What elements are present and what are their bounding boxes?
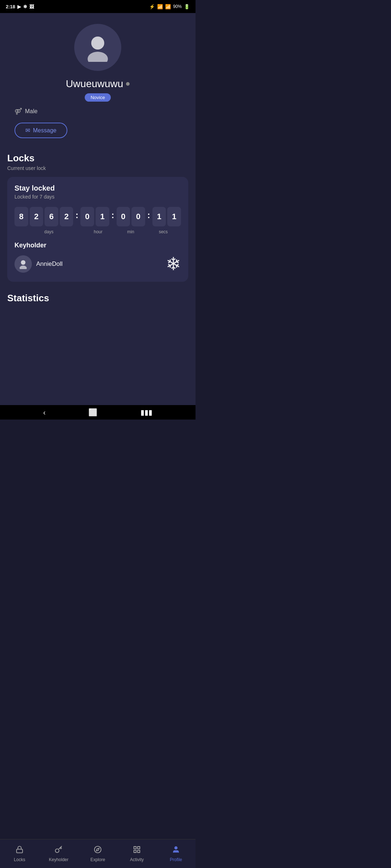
timer-hour-2: 1 (96, 207, 109, 226)
secs-label: secs (150, 229, 177, 234)
lock-title: Stay locked (14, 184, 181, 192)
bluetooth-icon: ⚡ (149, 4, 155, 9)
locks-section-title: Locks (7, 153, 188, 164)
timer-day-1: 8 (14, 207, 28, 226)
avatar (74, 24, 121, 71)
status-left: 2:18 ▶ ❄ 🖼 (6, 4, 34, 9)
timer-sec-1: 1 (152, 207, 166, 226)
youtube-icon: ▶ (17, 4, 21, 9)
username-row: Uwueuwuwu (66, 78, 130, 90)
keyholder-avatar-icon (18, 259, 28, 269)
online-dot (126, 82, 130, 86)
svg-point-1 (88, 52, 108, 62)
timer-min-1: 0 (117, 207, 130, 226)
min-label: min (117, 229, 144, 234)
timer-hour-1: 0 (80, 207, 94, 226)
lock-card: Stay locked Locked for 7 days 8 2 6 2 : … (7, 177, 188, 282)
svg-point-3 (20, 265, 27, 269)
keyholder-info: AnnieDoll (14, 255, 63, 273)
gender-icon: ⚤ (14, 107, 22, 115)
timer-day-2: 2 (30, 207, 43, 226)
main-content: Uwueuwuwu Novice ⚤ Male ✉ Message Locks … (0, 13, 196, 405)
message-label: Message (33, 127, 56, 134)
battery-icon: 🔋 (184, 4, 190, 9)
timer-display: 8 2 6 2 : 0 1 : 0 0 : 1 1 (14, 207, 181, 226)
username: Uwueuwuwu (66, 78, 123, 90)
battery-text: 90% (173, 4, 182, 9)
locks-section: Locks Current user lock Stay locked Lock… (0, 145, 196, 285)
timer-min-2: 0 (131, 207, 145, 226)
timer-sec-2: 1 (167, 207, 181, 226)
locks-section-subtitle: Current user lock (7, 165, 188, 171)
wifi-icon: 📶 (157, 4, 163, 9)
status-time: 2:18 (6, 4, 15, 9)
message-button[interactable]: ✉ Message (14, 123, 67, 138)
home-button[interactable]: ⬜ (88, 408, 97, 417)
image-status-icon: 🖼 (29, 4, 34, 9)
gender-row: ⚤ Male (7, 107, 188, 115)
keyholder-row: AnnieDoll ❄ (14, 254, 181, 275)
hour-label: hour (84, 229, 112, 234)
keyholder-avatar (14, 255, 32, 273)
avatar-icon (83, 33, 112, 62)
recents-button[interactable]: ▮▮▮ (140, 408, 152, 417)
message-icon: ✉ (25, 127, 30, 134)
statistics-title: Statistics (7, 293, 188, 304)
status-bar: 2:18 ▶ ❄ 🖼 ⚡ 📶 📶 90% 🔋 (0, 0, 196, 13)
back-button[interactable]: ‹ (43, 408, 46, 417)
timer-colon-3: : (147, 210, 150, 223)
days-label: days (18, 229, 79, 234)
novice-badge: Novice (85, 93, 111, 102)
lock-subtitle: Locked for 7 days (14, 194, 181, 200)
status-right: ⚡ 📶 📶 90% 🔋 (149, 4, 190, 9)
signal-icon: 📶 (165, 4, 171, 9)
snowflake-status-icon: ❄ (23, 4, 27, 9)
keyholder-label: Keyholder (14, 242, 181, 249)
timer-colon-2: : (112, 210, 114, 223)
profile-section: Uwueuwuwu Novice ⚤ Male ✉ Message (0, 13, 196, 145)
freeze-icon: ❄ (166, 254, 181, 275)
timer-labels: days hour min secs (14, 229, 181, 234)
android-nav-bar: ‹ ⬜ ▮▮▮ (0, 405, 196, 420)
timer-day-4: 2 (60, 207, 73, 226)
statistics-section: Statistics (0, 285, 196, 309)
svg-point-0 (91, 37, 104, 50)
timer-day-3: 6 (45, 207, 58, 226)
svg-point-2 (21, 260, 26, 265)
keyholder-name: AnnieDoll (36, 260, 63, 268)
gender-text: Male (25, 108, 38, 115)
timer-colon-1: : (75, 210, 78, 223)
